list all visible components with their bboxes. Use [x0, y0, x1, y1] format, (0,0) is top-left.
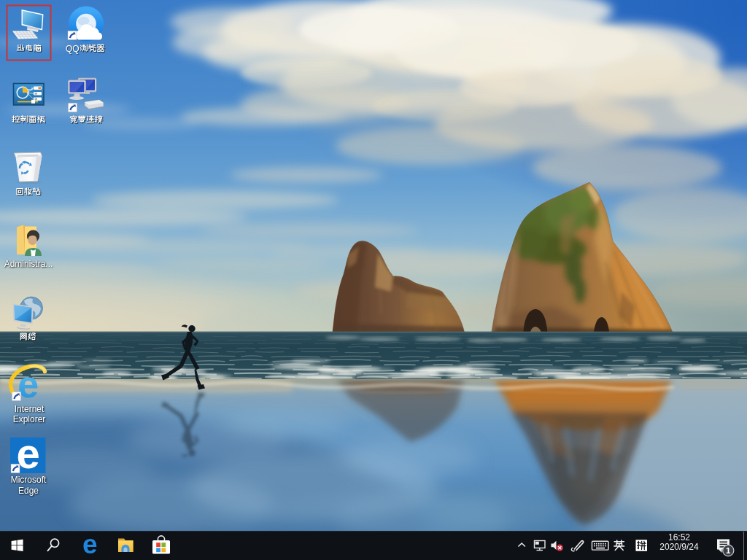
svg-text:1: 1 [726, 546, 731, 555]
svg-text:e: e [82, 529, 98, 559]
svg-text:e: e [16, 429, 39, 477]
svg-text:QQ: QQ [66, 44, 80, 54]
